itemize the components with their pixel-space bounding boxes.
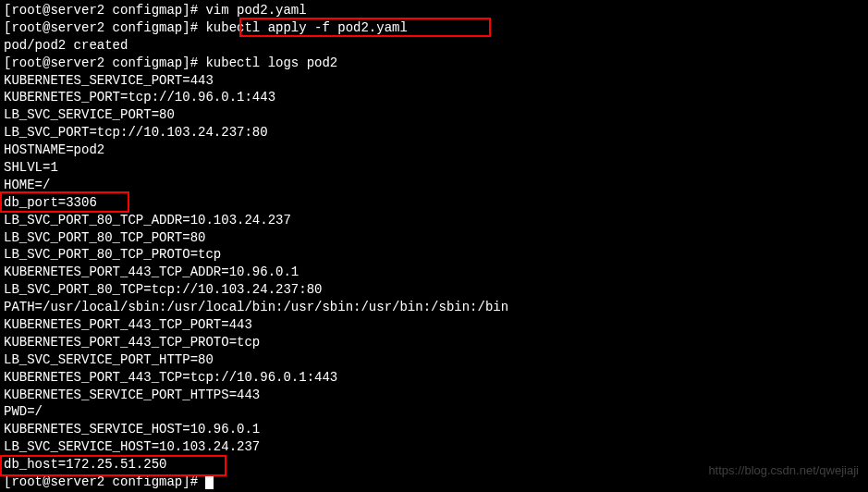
terminal-line[interactable]: PWD=/ xyxy=(4,403,864,421)
terminal-line[interactable]: LB_SVC_SERVICE_HOST=10.103.24.237 xyxy=(4,438,864,456)
terminal-line[interactable]: KUBERNETES_SERVICE_PORT=443 xyxy=(4,72,864,90)
terminal-line[interactable]: SHLVL=1 xyxy=(4,159,864,177)
terminal-line[interactable]: KUBERNETES_SERVICE_HOST=10.96.0.1 xyxy=(4,421,864,438)
terminal-line[interactable]: KUBERNETES_PORT=tcp://10.96.0.1:443 xyxy=(4,89,864,106)
terminal-line[interactable]: HOME=/ xyxy=(4,177,864,194)
terminal-line[interactable]: LB_SVC_PORT_80_TCP_ADDR=10.103.24.237 xyxy=(4,212,864,229)
terminal-line[interactable]: KUBERNETES_SERVICE_PORT_HTTPS=443 xyxy=(4,387,864,404)
terminal-line[interactable]: KUBERNETES_PORT_443_TCP=tcp://10.96.0.1:… xyxy=(4,369,864,387)
terminal-line[interactable]: LB_SVC_SERVICE_PORT_HTTP=80 xyxy=(4,351,864,369)
terminal-line[interactable]: LB_SVC_PORT_80_TCP_PORT=80 xyxy=(4,229,864,247)
terminal-line[interactable]: [root@server2 configmap]# kubectl logs p… xyxy=(4,55,864,72)
terminal-line[interactable]: LB_SVC_PORT_80_TCP=tcp://10.103.24.237:8… xyxy=(4,281,864,299)
terminal-line[interactable]: HOSTNAME=pod2 xyxy=(4,141,864,159)
terminal-line[interactable]: KUBERNETES_PORT_443_TCP_PROTO=tcp xyxy=(4,334,864,351)
terminal-line[interactable]: [root@server2 configmap]# kubectl apply … xyxy=(4,19,864,37)
terminal-line[interactable]: [root@server2 configmap]# vim pod2.yaml xyxy=(4,2,864,19)
terminal-line[interactable]: LB_SVC_SERVICE_PORT=80 xyxy=(4,106,864,124)
terminal-line[interactable]: PATH=/usr/local/sbin:/usr/local/bin:/usr… xyxy=(4,299,864,316)
terminal-line[interactable]: db_port=3306 xyxy=(4,194,864,212)
terminal-line[interactable]: KUBERNETES_PORT_443_TCP_ADDR=10.96.0.1 xyxy=(4,264,864,281)
terminal-line[interactable]: LB_SVC_PORT=tcp://10.103.24.237:80 xyxy=(4,124,864,141)
cursor-icon xyxy=(205,474,214,489)
terminal-line[interactable]: KUBERNETES_PORT_443_TCP_PORT=443 xyxy=(4,316,864,334)
terminal-line[interactable]: LB_SVC_PORT_80_TCP_PROTO=tcp xyxy=(4,246,864,264)
terminal-line[interactable]: pod/pod2 created xyxy=(4,37,864,55)
terminal-prompt: [root@server2 configmap]# xyxy=(4,474,205,489)
watermark-text: https://blog.csdn.net/qwejiaji xyxy=(708,462,859,479)
